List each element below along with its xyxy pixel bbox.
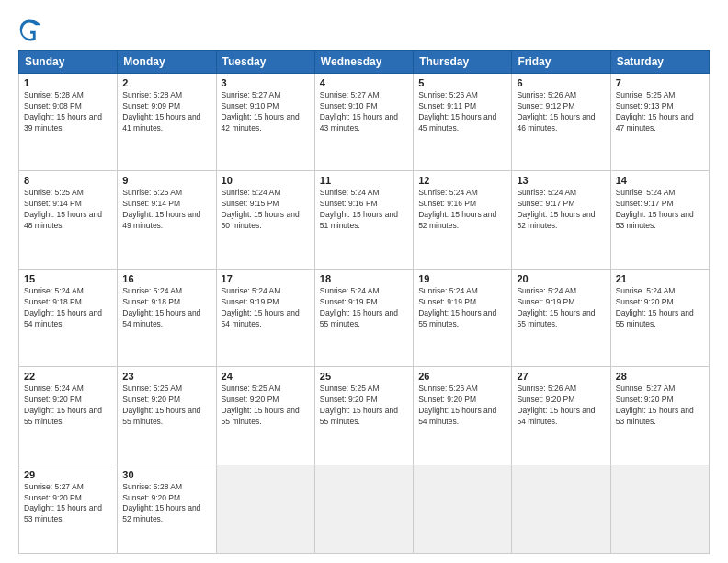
day-info: Sunrise: 5:27 AMSunset: 9:10 PMDaylight:…	[222, 90, 300, 132]
day-info: Sunrise: 5:27 AMSunset: 9:10 PMDaylight:…	[320, 90, 398, 132]
weekday-header-row: SundayMondayTuesdayWednesdayThursdayFrid…	[19, 51, 710, 74]
calendar-cell: 7Sunrise: 5:25 AMSunset: 9:13 PMDaylight…	[610, 74, 709, 171]
page: SundayMondayTuesdayWednesdayThursdayFrid…	[0, 0, 728, 563]
calendar-cell	[512, 465, 610, 553]
day-info: Sunrise: 5:24 AMSunset: 9:16 PMDaylight:…	[320, 188, 398, 230]
day-number: 16	[122, 273, 210, 284]
day-info: Sunrise: 5:27 AMSunset: 9:20 PMDaylight:…	[24, 482, 102, 524]
calendar-cell: 25Sunrise: 5:25 AMSunset: 9:20 PMDayligh…	[314, 367, 413, 465]
day-info: Sunrise: 5:25 AMSunset: 9:20 PMDaylight:…	[122, 384, 200, 426]
calendar-cell: 4Sunrise: 5:27 AMSunset: 9:10 PMDaylight…	[314, 74, 413, 171]
day-info: Sunrise: 5:24 AMSunset: 9:20 PMDaylight:…	[616, 286, 694, 328]
day-info: Sunrise: 5:25 AMSunset: 9:14 PMDaylight:…	[24, 188, 102, 230]
calendar-cell: 29Sunrise: 5:27 AMSunset: 9:20 PMDayligh…	[19, 465, 118, 553]
weekday-sunday: Sunday	[19, 51, 118, 74]
calendar-cell: 2Sunrise: 5:28 AMSunset: 9:09 PMDaylight…	[118, 74, 216, 171]
calendar-cell: 18Sunrise: 5:24 AMSunset: 9:19 PMDayligh…	[314, 269, 413, 366]
calendar-cell: 1Sunrise: 5:28 AMSunset: 9:08 PMDaylight…	[19, 74, 118, 171]
day-info: Sunrise: 5:27 AMSunset: 9:20 PMDaylight:…	[616, 384, 694, 426]
day-number: 1	[24, 77, 112, 88]
day-info: Sunrise: 5:25 AMSunset: 9:20 PMDaylight:…	[320, 384, 398, 426]
day-info: Sunrise: 5:24 AMSunset: 9:15 PMDaylight:…	[222, 188, 300, 230]
weekday-tuesday: Tuesday	[216, 51, 314, 74]
calendar-cell: 20Sunrise: 5:24 AMSunset: 9:19 PMDayligh…	[512, 269, 610, 366]
calendar-cell: 16Sunrise: 5:24 AMSunset: 9:18 PMDayligh…	[118, 269, 216, 366]
day-number: 15	[24, 273, 112, 284]
day-info: Sunrise: 5:24 AMSunset: 9:19 PMDaylight:…	[320, 286, 398, 328]
day-number: 5	[418, 77, 506, 88]
calendar-cell: 26Sunrise: 5:26 AMSunset: 9:20 PMDayligh…	[414, 367, 512, 465]
day-number: 4	[320, 77, 408, 88]
calendar-cell: 8Sunrise: 5:25 AMSunset: 9:14 PMDaylight…	[19, 171, 118, 269]
day-number: 29	[24, 469, 112, 480]
week-row-5: 29Sunrise: 5:27 AMSunset: 9:20 PMDayligh…	[19, 465, 710, 553]
day-info: Sunrise: 5:24 AMSunset: 9:19 PMDaylight:…	[418, 286, 496, 328]
day-info: Sunrise: 5:28 AMSunset: 9:08 PMDaylight:…	[24, 90, 102, 132]
calendar-cell: 15Sunrise: 5:24 AMSunset: 9:18 PMDayligh…	[19, 269, 118, 366]
day-number: 14	[616, 175, 704, 186]
calendar-cell	[314, 465, 413, 553]
weekday-wednesday: Wednesday	[314, 51, 413, 74]
week-row-2: 8Sunrise: 5:25 AMSunset: 9:14 PMDaylight…	[19, 171, 710, 269]
day-number: 24	[222, 371, 310, 382]
day-number: 6	[517, 77, 605, 88]
day-info: Sunrise: 5:25 AMSunset: 9:20 PMDaylight:…	[222, 384, 300, 426]
day-number: 17	[222, 273, 310, 284]
day-number: 23	[122, 371, 210, 382]
day-number: 19	[418, 273, 506, 284]
day-info: Sunrise: 5:24 AMSunset: 9:18 PMDaylight:…	[24, 286, 102, 328]
calendar-cell	[216, 465, 314, 553]
logo	[18, 17, 48, 42]
day-info: Sunrise: 5:25 AMSunset: 9:14 PMDaylight:…	[122, 188, 200, 230]
day-number: 2	[122, 77, 210, 88]
calendar-cell: 30Sunrise: 5:28 AMSunset: 9:20 PMDayligh…	[118, 465, 216, 553]
calendar-cell: 28Sunrise: 5:27 AMSunset: 9:20 PMDayligh…	[610, 367, 709, 465]
day-number: 25	[320, 371, 408, 382]
day-info: Sunrise: 5:24 AMSunset: 9:20 PMDaylight:…	[24, 384, 102, 426]
calendar-cell: 21Sunrise: 5:24 AMSunset: 9:20 PMDayligh…	[610, 269, 709, 366]
weekday-saturday: Saturday	[610, 51, 709, 74]
day-number: 20	[517, 273, 605, 284]
day-info: Sunrise: 5:26 AMSunset: 9:12 PMDaylight:…	[517, 90, 595, 132]
calendar-cell: 14Sunrise: 5:24 AMSunset: 9:17 PMDayligh…	[610, 171, 709, 269]
day-info: Sunrise: 5:26 AMSunset: 9:20 PMDaylight:…	[517, 384, 595, 426]
calendar-cell: 9Sunrise: 5:25 AMSunset: 9:14 PMDaylight…	[118, 171, 216, 269]
day-info: Sunrise: 5:24 AMSunset: 9:18 PMDaylight:…	[122, 286, 200, 328]
logo-icon	[18, 17, 44, 42]
day-number: 11	[320, 175, 408, 186]
calendar-cell: 22Sunrise: 5:24 AMSunset: 9:20 PMDayligh…	[19, 367, 118, 465]
day-info: Sunrise: 5:28 AMSunset: 9:09 PMDaylight:…	[122, 90, 200, 132]
week-row-4: 22Sunrise: 5:24 AMSunset: 9:20 PMDayligh…	[19, 367, 710, 465]
calendar-cell: 10Sunrise: 5:24 AMSunset: 9:15 PMDayligh…	[216, 171, 314, 269]
calendar-cell: 27Sunrise: 5:26 AMSunset: 9:20 PMDayligh…	[512, 367, 610, 465]
calendar-cell	[610, 465, 709, 553]
day-number: 21	[616, 273, 704, 284]
calendar-cell: 17Sunrise: 5:24 AMSunset: 9:19 PMDayligh…	[216, 269, 314, 366]
day-info: Sunrise: 5:24 AMSunset: 9:17 PMDaylight:…	[517, 188, 595, 230]
day-number: 27	[517, 371, 605, 382]
calendar-cell	[414, 465, 512, 553]
weekday-friday: Friday	[512, 51, 610, 74]
day-info: Sunrise: 5:24 AMSunset: 9:16 PMDaylight:…	[418, 188, 496, 230]
day-number: 30	[122, 469, 210, 480]
calendar-cell: 12Sunrise: 5:24 AMSunset: 9:16 PMDayligh…	[414, 171, 512, 269]
day-info: Sunrise: 5:28 AMSunset: 9:20 PMDaylight:…	[122, 482, 200, 524]
weekday-monday: Monday	[118, 51, 216, 74]
day-number: 26	[418, 371, 506, 382]
day-number: 7	[616, 77, 704, 88]
week-row-3: 15Sunrise: 5:24 AMSunset: 9:18 PMDayligh…	[19, 269, 710, 366]
day-info: Sunrise: 5:25 AMSunset: 9:13 PMDaylight:…	[616, 90, 694, 132]
day-info: Sunrise: 5:26 AMSunset: 9:20 PMDaylight:…	[418, 384, 496, 426]
day-number: 28	[616, 371, 704, 382]
calendar-cell: 24Sunrise: 5:25 AMSunset: 9:20 PMDayligh…	[216, 367, 314, 465]
calendar-cell: 11Sunrise: 5:24 AMSunset: 9:16 PMDayligh…	[314, 171, 413, 269]
calendar-cell: 3Sunrise: 5:27 AMSunset: 9:10 PMDaylight…	[216, 74, 314, 171]
day-number: 22	[24, 371, 112, 382]
calendar-table: SundayMondayTuesdayWednesdayThursdayFrid…	[18, 50, 710, 554]
day-number: 13	[517, 175, 605, 186]
calendar-cell: 23Sunrise: 5:25 AMSunset: 9:20 PMDayligh…	[118, 367, 216, 465]
day-number: 9	[122, 175, 210, 186]
calendar-cell: 13Sunrise: 5:24 AMSunset: 9:17 PMDayligh…	[512, 171, 610, 269]
day-number: 3	[222, 77, 310, 88]
calendar-cell: 5Sunrise: 5:26 AMSunset: 9:11 PMDaylight…	[414, 74, 512, 171]
